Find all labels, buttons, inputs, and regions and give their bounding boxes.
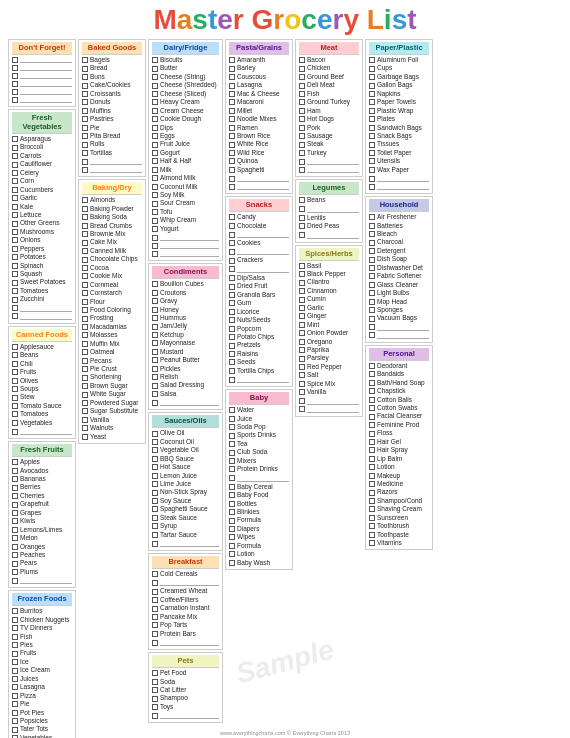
section-baby: Baby Water Juice Soda Pop Sports Drinks …	[225, 389, 293, 570]
list-item: Charcoal	[369, 238, 429, 246]
list-item: Nuts/Seeds	[229, 316, 289, 324]
list-item: Grapes	[12, 509, 72, 517]
col-5: Meat Bacon Chicken Ground Beef Deli Meat…	[295, 39, 363, 738]
list-item: Yogurt	[152, 225, 219, 233]
list-item: Batteries	[369, 222, 429, 230]
checkbox[interactable]	[12, 97, 18, 103]
list-item: Mac & Cheese	[229, 90, 289, 98]
list-item: Baking Powder	[82, 205, 142, 213]
list-item: Coconut Oil	[152, 438, 219, 446]
list-item: Peaches	[12, 551, 72, 559]
list-item: Cumin	[299, 295, 359, 303]
section-header-meat: Meat	[299, 42, 359, 55]
list-item: Barley	[229, 64, 289, 72]
list-item: Vegetable Oil	[152, 446, 219, 454]
list-item: Pot Pies	[12, 709, 72, 717]
list-item: Food Coloring	[82, 306, 142, 314]
section-header-frozen-foods: Frozen Foods	[12, 593, 72, 606]
list-item: Deodorant	[369, 362, 429, 370]
list-item: Mayonnaise	[152, 339, 219, 347]
list-item: Formula	[229, 542, 289, 550]
list-item: Apples	[12, 458, 72, 466]
section-header-baby: Baby	[229, 392, 289, 405]
list-item: Baby Food	[229, 491, 289, 499]
list-item: Almonds	[82, 196, 142, 204]
list-item: Tomato Sauce	[12, 402, 72, 410]
list-item: Pork	[299, 124, 359, 132]
list-item: Sponges	[369, 306, 429, 314]
list-item: Oatmeal	[82, 348, 142, 356]
list-item: Juice	[229, 415, 289, 423]
list-item: Dried Fruit	[229, 282, 289, 290]
list-item: Avocados	[12, 467, 72, 475]
checkbox[interactable]	[12, 65, 18, 71]
section-header-snacks: Snacks	[229, 199, 289, 212]
list-item: Toilet Paper	[369, 149, 429, 157]
checkbox[interactable]	[12, 57, 18, 63]
list-item: Macadamias	[82, 323, 142, 331]
main-grid: Don't Forget! Fresh Vegetables Asparagus…	[8, 39, 562, 722]
list-item: Pizza	[12, 692, 72, 700]
list-item: Club Soda	[229, 448, 289, 456]
list-item: Diapers	[229, 525, 289, 533]
list-item: Cookies	[229, 239, 289, 247]
page-title: Master Grocery List	[8, 6, 562, 34]
list-item: Popsicles	[12, 717, 72, 725]
list-item: Cake/Cookies	[82, 81, 142, 89]
list-item: Cauliflower	[12, 160, 72, 168]
list-item: Shortening	[82, 373, 142, 381]
list-item: White Sugar	[82, 390, 142, 398]
list-item: Oregano	[299, 338, 359, 346]
list-item: Wild Rice	[229, 149, 289, 157]
list-item: Deli Meat	[299, 81, 359, 89]
list-item: Gogurt	[152, 149, 219, 157]
list-item: Eggs	[152, 132, 219, 140]
list-item: Hot Dogs	[299, 115, 359, 123]
list-item: Spinach	[12, 262, 72, 270]
section-header-pasta-grains: Pasta/Grains	[229, 42, 289, 55]
list-item: Croutons	[152, 289, 219, 297]
list-item: Pop Tarts	[152, 621, 219, 629]
list-item: Tortillas	[82, 149, 142, 157]
section-header-fresh-veg: Fresh Vegetables	[12, 112, 72, 134]
list-item: Soy Milk	[152, 191, 219, 199]
list-item: Cold Cereals	[152, 570, 219, 578]
checkbox[interactable]	[12, 81, 18, 87]
list-item: Amaranth	[229, 56, 289, 64]
list-item: Cat Litter	[152, 686, 219, 694]
list-item: Sour Cream	[152, 199, 219, 207]
list-item: Cornmeal	[82, 281, 142, 289]
list-item: Muffins	[82, 107, 142, 115]
section-header-household: Household	[369, 199, 429, 212]
list-item: Olive Oil	[152, 429, 219, 437]
list-item: Couscous	[229, 73, 289, 81]
checkbox[interactable]	[12, 89, 18, 95]
list-item: Facial Cleanser	[369, 412, 429, 420]
list-item: Melon	[12, 534, 72, 542]
list-item: Fruits	[12, 368, 72, 376]
list-item: Shampoo	[152, 694, 219, 702]
list-item: Cups	[369, 64, 429, 72]
list-item: Oranges	[12, 543, 72, 551]
list-item: Baby Cereal	[229, 483, 289, 491]
list-item: Pies	[12, 641, 72, 649]
checkbox[interactable]	[12, 73, 18, 79]
list-item: Corn	[12, 177, 72, 185]
list-item: Brownie Mix	[82, 230, 142, 238]
list-item: Cheese (Sliced)	[152, 90, 219, 98]
list-item: Cherries	[12, 492, 72, 500]
list-item: Kale	[12, 203, 72, 211]
list-item: Ice	[12, 658, 72, 666]
list-item: Lemons/Limes	[12, 526, 72, 534]
list-item: Hot Sauce	[152, 463, 219, 471]
list-item: Vanilla	[299, 388, 359, 396]
list-item: Tofu	[152, 208, 219, 216]
list-item: Pretzels	[229, 341, 289, 349]
list-item: Half & Half	[152, 157, 219, 165]
list-item: Fabric Softener	[369, 272, 429, 280]
list-item: Fish	[12, 633, 72, 641]
list-item: Candy	[229, 213, 289, 221]
list-item: Walnuts	[82, 424, 142, 432]
list-item: Black Pepper	[299, 270, 359, 278]
list-item: Spice Mix	[299, 380, 359, 388]
